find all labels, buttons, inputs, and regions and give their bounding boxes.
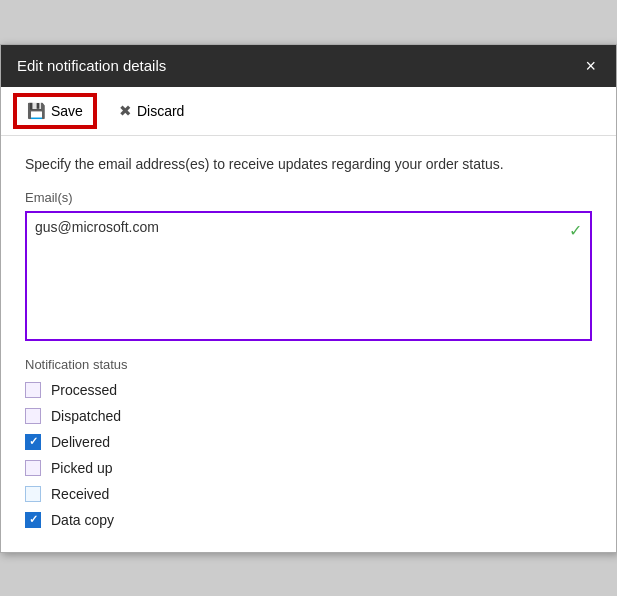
checkbox-data-copy[interactable] [25, 512, 41, 528]
checkbox-label-delivered: Delivered [51, 434, 110, 450]
checkbox-received[interactable] [25, 486, 41, 502]
email-textarea[interactable]: gus@microsoft.com [35, 219, 582, 329]
checkbox-list: Processed Dispatched Delivered Picked up… [25, 382, 592, 528]
save-label: Save [51, 103, 83, 119]
save-button[interactable]: 💾 Save [15, 95, 95, 127]
checkbox-item-data-copy[interactable]: Data copy [25, 512, 592, 528]
discard-label: Discard [137, 103, 184, 119]
discard-icon: ✖ [119, 102, 132, 120]
notification-status-label: Notification status [25, 357, 592, 372]
checkbox-item-dispatched[interactable]: Dispatched [25, 408, 592, 424]
description-text: Specify the email address(es) to receive… [25, 156, 592, 172]
checkbox-item-delivered[interactable]: Delivered [25, 434, 592, 450]
checkbox-picked-up[interactable] [25, 460, 41, 476]
checkbox-label-data-copy: Data copy [51, 512, 114, 528]
email-input-wrapper: gus@microsoft.com ✓ [25, 211, 592, 341]
save-icon: 💾 [27, 102, 46, 120]
save-btn-wrap: 💾 Save [13, 93, 97, 129]
checkbox-dispatched[interactable] [25, 408, 41, 424]
checkbox-label-processed: Processed [51, 382, 117, 398]
email-valid-icon: ✓ [569, 221, 582, 240]
dialog-title: Edit notification details [17, 57, 166, 74]
checkbox-delivered[interactable] [25, 434, 41, 450]
checkbox-processed[interactable] [25, 382, 41, 398]
close-button[interactable]: × [581, 55, 600, 77]
discard-button[interactable]: ✖ Discard [109, 97, 194, 125]
dialog-body: Specify the email address(es) to receive… [1, 136, 616, 552]
checkbox-label-dispatched: Dispatched [51, 408, 121, 424]
checkbox-item-picked-up[interactable]: Picked up [25, 460, 592, 476]
checkbox-item-received[interactable]: Received [25, 486, 592, 502]
toolbar: 💾 Save ✖ Discard [1, 87, 616, 136]
checkbox-item-processed[interactable]: Processed [25, 382, 592, 398]
checkbox-label-received: Received [51, 486, 109, 502]
dialog-header: Edit notification details × [1, 45, 616, 87]
checkbox-label-picked-up: Picked up [51, 460, 112, 476]
edit-notification-dialog: Edit notification details × 💾 Save ✖ Dis… [0, 44, 617, 553]
email-field-label: Email(s) [25, 190, 592, 205]
